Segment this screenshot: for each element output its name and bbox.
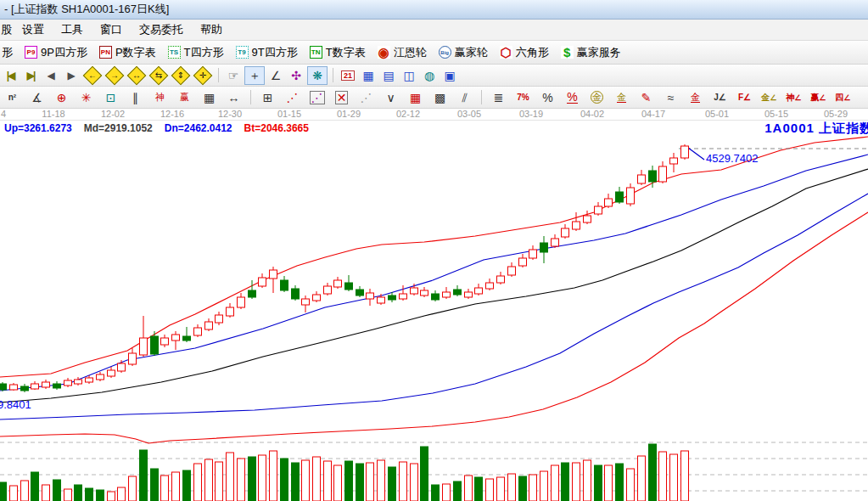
clipped-shape-icon[interactable]: 形 <box>2 45 13 60</box>
toolbar1-label: T四方形 <box>184 45 224 60</box>
gann-tool-icon[interactable]: ✣ <box>287 67 305 84</box>
fan-box-icon[interactable]: ⋰ <box>305 89 328 106</box>
toolbar1-icon: Big <box>439 46 451 59</box>
four-angle-icon[interactable]: 四∠ <box>832 89 854 106</box>
scale-ruler-icon[interactable]: ≣ <box>487 89 510 106</box>
stat-dn: Dn=2462.0412 <box>165 122 232 134</box>
circle-cross-icon[interactable]: ⊕ <box>50 89 73 106</box>
cross-box-icon[interactable]: ✕ <box>330 89 353 106</box>
menu-item-settings[interactable]: 设置 <box>14 22 53 37</box>
window-title: - [上证指数 SH1A0001-167日K线] <box>4 3 169 15</box>
angle-measure-icon[interactable]: ∡ <box>25 89 48 106</box>
menu-item-window[interactable]: 窗口 <box>92 22 131 37</box>
square-target-icon[interactable]: ⊡ <box>99 89 122 106</box>
calculator-icon[interactable]: ▦ <box>359 67 378 84</box>
toolbar3-glyph: ∡ <box>31 92 42 104</box>
zoom-all-icon[interactable]: ✛ <box>193 65 213 85</box>
calendar-icon[interactable]: 21 <box>339 67 357 84</box>
goto-first-icon[interactable]: |◀ <box>1 67 20 84</box>
winner-wheel-icon[interactable]: Big 赢家轮 <box>439 45 488 60</box>
fan-lines-icon[interactable]: ⋰ <box>281 89 304 106</box>
menu-item-clipped[interactable]: 股 <box>0 22 14 37</box>
red-grid-icon[interactable]: ▦ <box>404 89 427 106</box>
toolbar1-label: 六角形 <box>516 45 549 60</box>
hand-tool-icon[interactable]: ☞ <box>224 67 243 84</box>
toolbar3-glyph: 金 <box>617 93 626 103</box>
date-tick: 03-05 <box>457 109 481 119</box>
date-tick: 03-19 <box>519 109 543 119</box>
shen-tool-icon[interactable]: 神 <box>148 89 171 106</box>
smart-analysis-icon[interactable]: ❋ <box>307 66 328 85</box>
crosshair-tool-icon[interactable]: ＋ <box>244 66 265 85</box>
notes-icon[interactable]: ▤ <box>379 67 398 84</box>
ying-angle-icon[interactable]: 赢∠ <box>807 89 830 106</box>
box-range-icon[interactable]: ⊞ <box>256 89 279 106</box>
percent-7-icon[interactable]: 7% <box>512 89 535 106</box>
price-lines-icon[interactable]: ∥ <box>124 89 147 106</box>
toolbar2-glyph: → <box>109 70 120 81</box>
toolbar3-glyph: 金∠ <box>761 93 776 102</box>
save-icon[interactable]: ◫ <box>400 67 418 84</box>
t-number-table-icon[interactable]: TN T数字表 <box>310 45 366 60</box>
vee-lines-icon[interactable]: ∨ <box>379 89 402 106</box>
menu-item-tools[interactable]: 工具 <box>53 22 92 37</box>
span-measure-icon[interactable]: ↔ <box>222 89 245 106</box>
toolbar2-glyph: ❋ <box>312 70 322 82</box>
step-forward-icon[interactable]: ▶ <box>62 67 81 84</box>
t-square-icon[interactable]: TS T四方形 <box>168 45 224 60</box>
toolbar3-glyph: ⋰ <box>361 92 372 104</box>
grid-123-icon[interactable]: ▦ <box>198 89 221 106</box>
gold-angle-icon[interactable]: 金∠ <box>758 89 781 106</box>
square-of-nine-icon[interactable]: n² <box>1 89 24 106</box>
toolbar2-glyph: ⇆ <box>154 70 164 81</box>
toolbar3-glyph: ≣ <box>494 92 504 104</box>
percent-icon[interactable]: % <box>536 89 559 106</box>
gold-red-icon[interactable]: 金 <box>684 89 707 106</box>
j-angle-icon[interactable]: J∠ <box>708 89 731 106</box>
toolbar3-glyph: ▩ <box>434 92 445 104</box>
toolbar1-icon: ◉ <box>378 46 390 59</box>
goto-last-icon[interactable]: ▶| <box>21 67 40 84</box>
zoom-out-horizontal-icon[interactable]: ↔ <box>127 65 147 85</box>
toolbar2-glyph: ▶ <box>67 70 75 81</box>
date-tick: 04-02 <box>580 109 604 119</box>
brush-icon[interactable]: ✎ <box>635 89 658 106</box>
stat-bt: Bt=2046.3665 <box>244 122 309 134</box>
remote-service-icon[interactable]: ▣ <box>440 67 459 84</box>
p-number-table-icon[interactable]: PN P数字表 <box>99 45 156 60</box>
gold-lines-icon[interactable]: 金 <box>610 89 633 106</box>
network-icon[interactable]: ◍ <box>420 67 439 84</box>
percent-line-icon[interactable]: % <box>561 89 584 106</box>
toolbar2-glyph: ▣ <box>444 70 455 82</box>
zoom-vertical-icon[interactable]: ⇕ <box>171 65 191 85</box>
toolbar3-glyph: 7% <box>517 93 529 102</box>
gann-wheel-icon[interactable]: ◉ 江恩轮 <box>378 45 427 60</box>
menu-item-trade-order[interactable]: 交易委托 <box>131 22 192 37</box>
step-back-icon[interactable]: ◀ <box>42 67 60 84</box>
ray-fan-icon[interactable]: ⋰ <box>355 89 378 106</box>
wave-icon[interactable]: ≈ <box>659 89 682 106</box>
toolbar3-glyph: ∥ <box>132 92 138 104</box>
shift-left-icon[interactable]: ← <box>83 65 103 85</box>
toolbar2-glyph: ◍ <box>424 70 434 82</box>
t9-square-icon[interactable]: T9 9T四方形 <box>236 45 298 60</box>
gold-circle-icon[interactable]: 金 <box>585 89 608 106</box>
parallel-slant-icon[interactable]: ⫽ <box>453 89 476 106</box>
star-lines-icon[interactable]: ✳ <box>75 89 98 106</box>
menu-item-help[interactable]: 帮助 <box>192 22 231 37</box>
ying-tool-icon[interactable]: 赢 <box>173 89 196 106</box>
zoom-in-horizontal-icon[interactable]: ⇆ <box>149 65 169 85</box>
winner-service-icon[interactable]: $ 赢家服务 <box>561 45 621 60</box>
kline-chart-area[interactable]: 4529.7402 9.8401 <box>0 134 868 501</box>
p9-square-icon[interactable]: P9 9P四方形 <box>25 45 87 60</box>
angle-line-tool-icon[interactable]: ∠ <box>266 67 285 84</box>
dense-grid-icon[interactable]: ▩ <box>428 89 451 106</box>
toolbar3-glyph: % <box>542 92 552 104</box>
toolbar2-glyph: ↔ <box>132 70 142 81</box>
kline-chart-canvas[interactable] <box>0 134 868 501</box>
f-angle-icon[interactable]: F∠ <box>733 89 756 106</box>
hexagon-icon[interactable]: ⬡ 六角形 <box>500 45 549 60</box>
toolbar2-glyph: ← <box>87 70 98 81</box>
shift-right-icon[interactable]: → <box>105 65 125 85</box>
shen-angle-icon[interactable]: 神∠ <box>782 89 805 106</box>
